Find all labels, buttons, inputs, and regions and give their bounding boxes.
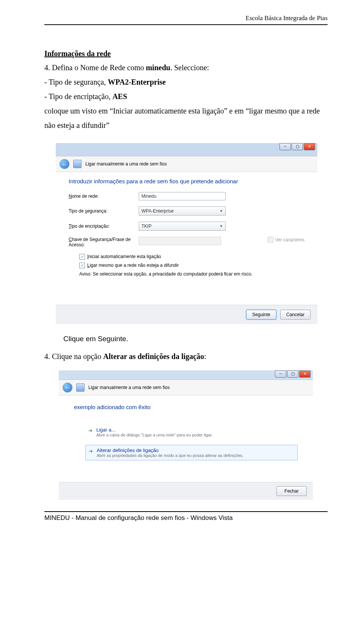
- input-network-name[interactable]: Minedu: [139, 192, 226, 200]
- screenshot-network-wizard: ─ ▢ ✕ ← Ligar manualmente a uma rede sem…: [56, 143, 317, 324]
- row-security-key: Chave de Segurança/Frase deAcesso: Ver c…: [69, 237, 304, 248]
- window-titlebar: ─ ▢ ✕: [59, 370, 313, 380]
- checkbox-checked-icon: ✓: [79, 254, 85, 260]
- bullet-1-pre: - Tipo de segurança,: [44, 78, 108, 86]
- minimize-button[interactable]: ─: [279, 143, 291, 150]
- label-network-name: Nome de rede:: [69, 194, 139, 199]
- bullet-2-pre: - Tipo de encriptação,: [44, 92, 112, 101]
- dropdown-security-type[interactable]: WPA-Enterprise ▼: [139, 206, 226, 216]
- checkbox-checked-icon: ✓: [79, 263, 85, 268]
- maximize-button[interactable]: ▢: [292, 143, 303, 150]
- wizard-heading: Introduzir informações para a rede sem f…: [69, 178, 304, 184]
- caption-click-next: Clique em Seguinte.: [63, 335, 328, 343]
- close-dialog-button[interactable]: Fechar: [276, 486, 307, 496]
- step4b-pre: 4. Clique na opção: [44, 352, 103, 361]
- row-encryption-type: Tipo de encriptação: TKIP ▼: [69, 222, 304, 231]
- step4-pre: 4. Defina o Nome de Rede como: [44, 63, 146, 72]
- screenshot-success-wizard: ─ ▢ ✕ ← Ligar manualmente a uma rede sem…: [59, 370, 313, 500]
- window-titlebar: ─ ▢ ✕: [56, 143, 317, 156]
- wizard-header-bar: ← Ligar manualmente a uma rede sem fios: [59, 380, 313, 395]
- checkbox-label-auto-connect: Iniciar automaticamente esta ligação: [87, 254, 161, 259]
- chevron-down-icon: ▼: [220, 209, 223, 213]
- warning-text: Aviso: Se seleccionar esta opção, a priv…: [79, 271, 304, 277]
- label-show-characters: Ver caracteres: [275, 237, 304, 243]
- dropdown-security-value: WPA-Enterprise: [141, 208, 174, 214]
- maximize-button[interactable]: ▢: [287, 370, 298, 378]
- wizard-title: Ligar manualmente a uma rede sem fios: [85, 161, 167, 167]
- minimize-button[interactable]: ─: [275, 370, 286, 378]
- wizard-icon: [76, 383, 85, 392]
- label-security-key: Chave de Segurança/Frase deAcesso:: [69, 237, 139, 248]
- wizard-title: Ligar manualmente a uma rede sem fios: [88, 385, 170, 390]
- checkbox-row-connect-hidden[interactable]: ✓ Ligar mesmo que a rede não esteja a di…: [79, 263, 304, 268]
- bullet-2: - Tipo de encriptação, AES: [44, 89, 328, 104]
- cancel-button[interactable]: Cancelar: [280, 310, 311, 320]
- arrow-right-icon: ➔: [89, 448, 93, 454]
- label-security-type: Tipo de segurança:: [69, 208, 139, 214]
- checkbox-box-disabled: [268, 237, 273, 243]
- back-icon[interactable]: ←: [60, 159, 69, 169]
- bullet-1-bold: WPA2-Enterprise: [108, 78, 166, 86]
- step4-post: . Seleccione:: [170, 63, 209, 72]
- row-security-type: Tipo de segurança: WPA-Enterprise ▼: [69, 206, 304, 216]
- checkbox-show-characters: Ver caracteres: [268, 237, 304, 243]
- success-heading: exemplo adicionado com êxito: [74, 404, 298, 410]
- label-encryption-type: Tipo de encriptação:: [69, 224, 139, 229]
- back-icon[interactable]: ←: [63, 383, 72, 392]
- dropdown-encryption-value: TKIP: [141, 224, 152, 229]
- step4b-line: 4. Clique na opção Alterar as definições…: [44, 349, 328, 364]
- close-button[interactable]: ✕: [304, 143, 315, 150]
- header-rule: [44, 24, 328, 25]
- option-connect-to[interactable]: ➔ Ligar a... Abrir a caixa de diálogo "L…: [85, 425, 298, 439]
- step4-bold-minedu: minedu: [146, 63, 170, 72]
- option-change-subtitle: Abrir as propriedades da ligação de modo…: [97, 453, 243, 458]
- checkbox-label-connect-hidden: Ligar mesmo que a rede não esteja a difu…: [87, 263, 179, 268]
- wizard-header-bar: ← Ligar manualmente a uma rede sem fios: [56, 156, 317, 172]
- close-button[interactable]: ✕: [299, 370, 311, 378]
- step4-line: 4. Defina o Nome de Rede como minedu. Se…: [44, 60, 328, 75]
- wizard-body: Introduzir informações para a rede sem f…: [56, 172, 317, 305]
- chevron-down-icon: ▼: [220, 224, 223, 228]
- row-network-name: Nome de rede: Minedu: [69, 192, 304, 200]
- option-connect-title: Ligar a...: [96, 427, 213, 433]
- wizard-footer: Fechar: [59, 482, 313, 500]
- page-header-school: Escola Básica Integrada de Pias: [44, 14, 328, 22]
- bullet-1: - Tipo de segurança, WPA2-Enterprise: [44, 75, 328, 89]
- option-change-title: Alterar definições de ligação: [97, 447, 243, 453]
- section-title: Informações da rede: [44, 49, 328, 58]
- page-footer: MINEDU - Manual de configuração rede sem…: [44, 514, 328, 529]
- footer-rule: [44, 511, 328, 512]
- step4b-bold: Alterar as definições da ligação: [103, 352, 204, 361]
- dropdown-encryption-type[interactable]: TKIP ▼: [139, 222, 226, 231]
- wizard-icon: [73, 160, 82, 168]
- next-button[interactable]: Seguinte: [246, 310, 276, 320]
- checkbox-row-auto-connect[interactable]: ✓ Iniciar automaticamente esta ligação: [79, 254, 304, 260]
- option-change-settings[interactable]: ➔ Alterar definições de ligação Abrir as…: [85, 445, 298, 460]
- arrow-right-icon: ➔: [88, 428, 93, 433]
- wizard-body: exemplo adicionado com êxito ➔ Ligar a..…: [59, 395, 313, 482]
- step4b-post: :: [204, 352, 206, 361]
- wizard-footer: Seguinte Cancelar: [56, 305, 317, 324]
- bullet-2-bold: AES: [112, 92, 127, 101]
- option-connect-subtitle: Abrir a caixa de diálogo "Ligar a uma re…: [96, 433, 213, 437]
- para-visto: coloque um visto em “Iniciar automaticam…: [44, 104, 328, 132]
- input-security-key: [139, 237, 221, 245]
